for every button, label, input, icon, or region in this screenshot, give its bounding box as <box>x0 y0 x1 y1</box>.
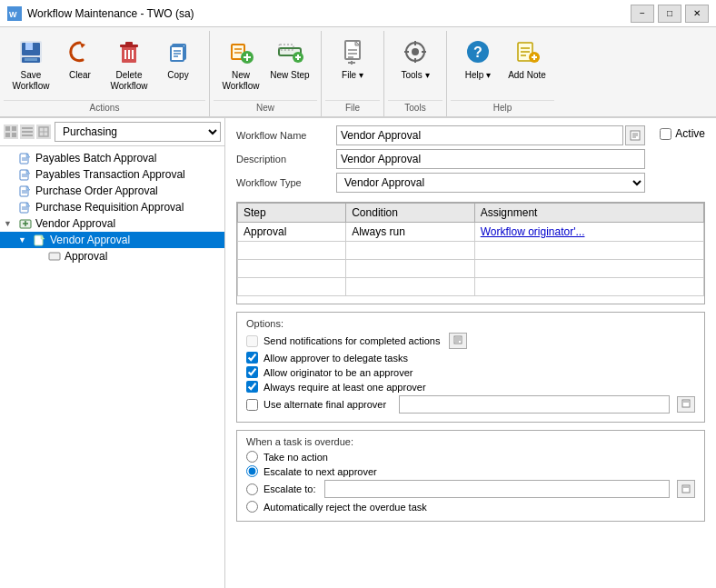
tree-item-approval-step[interactable]: Approval <box>0 248 224 264</box>
alternate-approver-input[interactable] <box>399 395 670 414</box>
close-button[interactable]: ✕ <box>685 5 709 23</box>
svg-rect-52 <box>5 133 10 137</box>
file-buttons: File ▾ <box>325 31 380 98</box>
workflow-type-select[interactable]: Vendor Approval <box>336 173 645 193</box>
escalate-to-radio[interactable] <box>246 483 258 495</box>
radio-no-action: Take no action <box>246 451 695 463</box>
new-workflow-button[interactable]: New Workflow <box>217 33 264 96</box>
escalate-next-label: Escalate to next approver <box>264 466 377 477</box>
help-button[interactable]: ? Help ▾ <box>454 33 502 96</box>
description-input[interactable] <box>336 149 645 169</box>
delete-workflow-button[interactable]: Delete Workflow <box>105 33 153 96</box>
no-action-radio[interactable] <box>246 451 258 463</box>
expander-purchase-order <box>4 186 18 195</box>
ribbon-group-new: New Workflow New Step New <box>210 31 322 116</box>
option-send-notifications: Send notifications for completed actions <box>246 333 695 349</box>
save-workflow-label: Save Workflow <box>10 70 52 92</box>
workflow-name-row: Workflow Name <box>236 125 645 145</box>
tree-item-vendor-approval-parent[interactable]: ▼ Vendor Approval <box>0 215 224 232</box>
alternate-approver-checkbox[interactable] <box>246 399 258 411</box>
send-notifications-browse-btn[interactable] <box>449 333 467 349</box>
require-approver-checkbox[interactable] <box>246 381 258 393</box>
tree-item-vendor-approval-child[interactable]: ▼ Vendor Approval <box>0 232 224 248</box>
escalate-next-radio[interactable] <box>246 465 258 477</box>
allow-delegate-checkbox[interactable] <box>246 352 258 364</box>
category-select[interactable]: Purchasing Sales Inventory Financial <box>55 122 221 142</box>
clear-button[interactable]: Clear <box>56 33 104 96</box>
new-buttons: New Workflow New Step <box>214 31 317 98</box>
save-workflow-button[interactable]: Save Workflow <box>7 33 55 96</box>
ribbon-group-file: File ▾ File <box>322 31 384 116</box>
window-title: Workflow Maintenance - TWO (sa) <box>27 7 631 20</box>
options-title: Options: <box>246 318 695 329</box>
expander-vendor-approval-parent: ▼ <box>4 219 18 228</box>
delete-workflow-label: Delete Workflow <box>108 70 150 92</box>
titlebar: W Workflow Maintenance - TWO (sa) − □ ✕ <box>0 0 716 27</box>
cat-icon-2[interactable] <box>20 125 35 139</box>
condition-cell: Always run <box>346 223 475 242</box>
copy-label: Copy <box>167 70 188 81</box>
file-button[interactable]: File ▾ <box>329 33 376 96</box>
overdue-title: When a task is overdue: <box>246 436 695 447</box>
description-row: Description <box>236 149 645 169</box>
escalate-to-label: Escalate to: <box>264 483 315 494</box>
option-allow-delegate: Allow approver to delegate tasks <box>246 352 695 364</box>
step-table-container: Step Condition Assignment Approval Alway… <box>236 202 705 304</box>
maximize-button[interactable]: □ <box>658 5 681 23</box>
escalate-to-input[interactable] <box>324 480 670 498</box>
new-step-icon <box>275 37 304 66</box>
save-workflow-icon <box>16 37 45 66</box>
tree-label-vendor-approval-parent: Vendor Approval <box>35 217 115 230</box>
node-icon-purchase-order <box>18 184 33 197</box>
new-workflow-icon <box>226 37 255 66</box>
require-approver-label: Always require at least one approver <box>264 382 426 393</box>
tree-label-approval-step: Approval <box>65 250 107 263</box>
minimize-button[interactable]: − <box>631 5 654 23</box>
active-checkbox[interactable] <box>660 128 671 140</box>
tree-item-payables-transaction[interactable]: Payables Transaction Approval <box>0 166 224 183</box>
svg-text:W: W <box>9 10 17 19</box>
workflow-name-label: Workflow Name <box>236 130 336 141</box>
copy-button[interactable]: Copy <box>154 33 202 96</box>
table-row[interactable]: Approval Always run Workflow originator'… <box>238 223 704 242</box>
tree-label-purchase-requisition: Purchase Requisition Approval <box>35 201 184 214</box>
new-group-label: New <box>214 100 317 116</box>
help-group-label: Help <box>451 100 554 116</box>
workflow-type-row: Workflow Type Vendor Approval <box>236 173 645 193</box>
expander-approval-step <box>33 252 47 261</box>
workflow-name-field-group <box>336 125 645 145</box>
table-row-empty-2 <box>238 260 704 278</box>
cat-icon-3[interactable] <box>36 125 51 139</box>
tools-button[interactable]: Tools ▾ <box>392 33 439 96</box>
file-icon <box>338 37 367 66</box>
workflow-name-input[interactable] <box>336 125 623 145</box>
form-fields: Workflow Name Description Workflow Type <box>236 125 645 196</box>
tree-item-purchase-requisition[interactable]: Purchase Requisition Approval <box>0 199 224 215</box>
allow-originator-checkbox[interactable] <box>246 366 258 378</box>
svg-rect-53 <box>12 133 16 137</box>
workflow-name-browse-button[interactable] <box>625 125 645 145</box>
cat-icon-1[interactable] <box>4 125 18 139</box>
add-note-icon <box>512 37 542 66</box>
option-require-approver: Always require at least one approver <box>246 381 695 393</box>
node-icon-approval-step <box>47 250 62 263</box>
tree-label-vendor-approval-child: Vendor Approval <box>50 234 130 246</box>
ribbon-group-tools: Tools ▾ Tools <box>384 31 447 116</box>
send-notifications-label: Send notifications for completed actions <box>264 335 440 346</box>
svg-point-36 <box>412 48 419 55</box>
step-cell: Approval <box>238 223 346 242</box>
file-label: File ▾ <box>342 70 363 81</box>
alternate-approver-browse-btn[interactable] <box>677 396 695 413</box>
new-step-button[interactable]: New Step <box>266 33 313 96</box>
expander-purchase-requisition <box>4 203 18 212</box>
tree-item-purchase-order[interactable]: Purchase Order Approval <box>0 183 224 199</box>
app-icon: W <box>7 6 22 21</box>
table-row-empty-3 <box>238 278 704 296</box>
node-icon-payables-transaction <box>18 168 33 181</box>
add-note-button[interactable]: Add Note <box>503 33 551 96</box>
escalate-to-browse-btn[interactable] <box>677 480 695 498</box>
tree-item-payables-batch[interactable]: Payables Batch Approval <box>0 150 224 166</box>
workflow-tree: Payables Batch Approval Payables Transac… <box>0 146 224 588</box>
auto-reject-radio[interactable] <box>246 501 258 513</box>
file-group-label: File <box>325 100 380 116</box>
